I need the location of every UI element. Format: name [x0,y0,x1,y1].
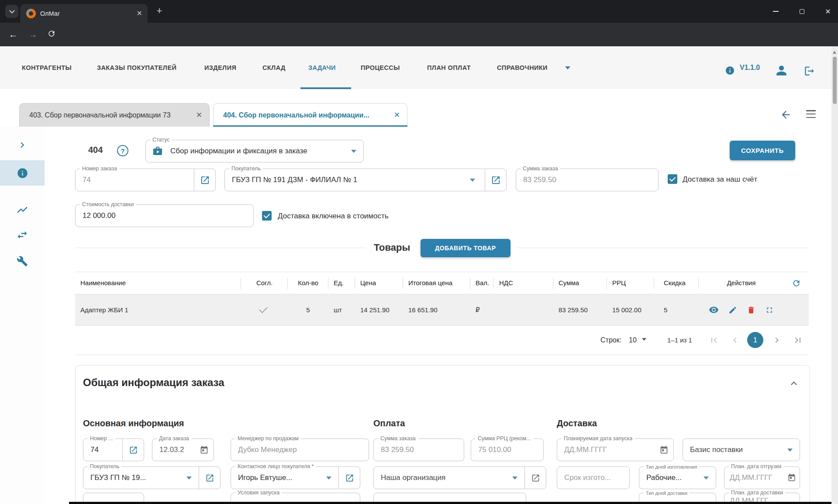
col-header-total[interactable]: Итоговая цена [403,272,470,294]
nav-item-plan-oplat[interactable]: ПЛАН ОПЛАТ [427,46,471,89]
window-close-button[interactable]: ✕ [823,6,833,17]
check-icon [259,304,268,313]
first-page-button[interactable] [708,334,720,346]
rows-per-page-select[interactable]: 10 [629,326,637,355]
gi-manager-field[interactable]: Менеджер по продажам Дубко Менеджер [231,438,369,461]
user-profile-icon[interactable] [776,65,787,76]
col-header-discount[interactable]: Скидка [654,272,699,294]
scrollbar-thumb[interactable] [833,57,837,104]
col-header-approved[interactable]: Согл. [241,272,288,294]
sidebar-item-tools[interactable] [0,253,45,269]
sidebar-expand-button[interactable] [0,136,45,154]
nav-item-processy[interactable]: ПРОЦЕССЫ [361,46,400,89]
order-sum-field[interactable]: Сумма заказа 83 259.50 [516,169,659,191]
collapse-section-button[interactable] [788,377,800,390]
gi-organization-select[interactable]: Наша организация [373,466,546,489]
view-eye-icon[interactable] [709,305,719,315]
gi-buyer-external-link-icon[interactable] [199,473,220,483]
tab-close-icon[interactable]: ✕ [137,10,142,17]
order-open-external-link-icon[interactable] [194,175,215,185]
gi-contact-select[interactable]: Контактное лицо покупателя * Игорь Евтуш… [231,466,360,489]
gi-make-days-select[interactable]: Тип дней изготовления Рабочие... [639,466,716,489]
task-tab-404[interactable]: 404. Сбор первоначальной информации... ✕ [213,103,407,127]
status-select[interactable]: Статус Сбор информации и фиксация в зака… [145,140,364,162]
gi-rrp-field[interactable]: Сумма РРЦ (реком... 75 010.00 [471,438,544,461]
nav-item-spravochniki[interactable]: СПРАВОЧНИКИ [497,46,548,89]
gi-launch-cond-label: Условия запуска [235,489,282,497]
window-maximize-button[interactable] [797,6,807,17]
task-tab-403-close-icon[interactable]: ✕ [196,110,202,120]
gi-basis-select[interactable]: Базис поставки [683,438,800,461]
col-header-vat[interactable]: НДС [494,272,553,294]
delivery-our-expense-checkbox[interactable] [668,174,677,184]
gi-buyer-select[interactable]: Покупатель ГБУЗ ГП № 19... [83,466,221,489]
tabs-back-arrow-button[interactable] [780,109,792,121]
col-header-name[interactable]: Наименование [75,272,241,294]
delivery-cost-field[interactable]: Стоимость доставки 12 000.00 [75,204,254,227]
gi-ship-date-field[interactable]: План. дата отгрузки ДД.ММ.ГГГГ [724,466,800,489]
nav-item-sklad[interactable]: СКЛАД [262,46,286,89]
delivery-included-checkbox[interactable] [262,211,272,221]
reload-icon [47,29,56,38]
browser-forward-button[interactable]: → [28,29,38,40]
col-header-currency[interactable]: Вал. [470,272,494,294]
fullscreen-expand-icon[interactable] [765,306,774,314]
page-scrollbar[interactable] [831,46,838,504]
last-page-button[interactable] [792,334,804,346]
status-work-icon [146,146,169,156]
delete-trash-icon[interactable] [747,306,755,314]
buyer-open-external-link-icon[interactable] [485,175,506,185]
col-header-qty[interactable]: Кол-во [288,272,328,294]
spravochniki-chevron-down-icon[interactable] [565,66,570,72]
chevron-up-icon [788,377,800,390]
col-header-price[interactable]: Цена [355,272,403,294]
nav-item-zadachi[interactable]: ЗАДАЧИ [308,46,336,89]
table-row[interactable]: Адаптер ЖБИ 1 5 шт 14 251.90 16 651.90 ₽… [75,294,809,326]
col-header-unit[interactable]: Ед. [328,272,355,294]
sidebar-item-activity[interactable] [0,202,45,217]
edit-pencil-icon[interactable] [728,306,737,314]
next-page-button[interactable] [771,334,783,346]
browser-tab[interactable]: ОлМаг ✕ [20,4,148,23]
task-tab-403[interactable]: 403. Сбор первоначальной информации 73 ✕ [19,103,210,127]
save-button[interactable]: СОХРАНИТЬ [730,141,795,160]
current-page-button[interactable]: 1 [747,332,763,348]
col-header-sum[interactable]: Сумма [553,272,607,294]
window-minimize-button[interactable] [770,6,781,17]
calendar-icon[interactable] [194,445,214,455]
gi-order-date-field[interactable]: Дата заказа 12.03.2 [152,438,214,461]
calendar-icon[interactable] [784,473,800,482]
buyer-select[interactable]: Покупатель ГБУЗ ГП № 191 ДЗМ - ФИЛИАЛ № … [224,169,507,191]
sidebar-item-info[interactable] [0,160,45,186]
table-refresh-button[interactable] [784,272,809,294]
nav-item-kontragenty[interactable]: КОНТРАГЕНТЫ [22,46,72,89]
scrollbar-up-arrow-icon[interactable] [833,49,836,54]
browser-back-button[interactable]: ← [9,29,18,40]
sidebar-item-processes[interactable] [0,227,45,243]
logout-icon[interactable] [804,65,815,77]
gi-number-external-link-icon[interactable] [123,445,144,455]
new-tab-button[interactable]: + [154,6,165,17]
gi-organization-value: Наша организация [374,473,512,482]
nav-item-izdeliya[interactable]: ИЗДЕЛИЯ [204,46,236,89]
col-header-rrp[interactable]: РРЦ [607,272,654,294]
gi-sum-field[interactable]: Сумма заказа 83 259.50 [373,438,464,461]
browser-reload-button[interactable] [47,29,56,38]
prev-page-button[interactable] [729,334,741,346]
add-product-button[interactable]: ДОБАВИТЬ ТОВАР [421,239,510,257]
gi-term-field[interactable]: Срок изгото... [557,466,630,489]
cell-unit: шт [328,294,355,325]
tab-search-button[interactable] [5,5,18,18]
rows-per-page-caret-icon[interactable] [642,338,646,343]
tabs-menu-burger-icon[interactable] [806,110,816,118]
task-tab-404-close-icon[interactable]: ✕ [394,110,400,120]
version-info-icon[interactable] [725,66,735,76]
gi-contact-external-link-icon[interactable] [339,473,360,483]
calendar-icon[interactable] [654,445,673,455]
gi-organization-external-link-icon[interactable] [525,473,546,483]
nav-item-zakazy-pokupateley[interactable]: ЗАКАЗЫ ПОКУПАТЕЛЕЙ [97,46,176,89]
order-number-field[interactable]: Номер заказа 74 [75,169,216,191]
gi-launch-date-field[interactable]: Планируемая дата запуска ДД.ММ.ГГГГ [557,438,674,461]
help-button[interactable]: ? [117,145,128,156]
gi-number-field[interactable]: Номер ... 74 [83,438,144,461]
